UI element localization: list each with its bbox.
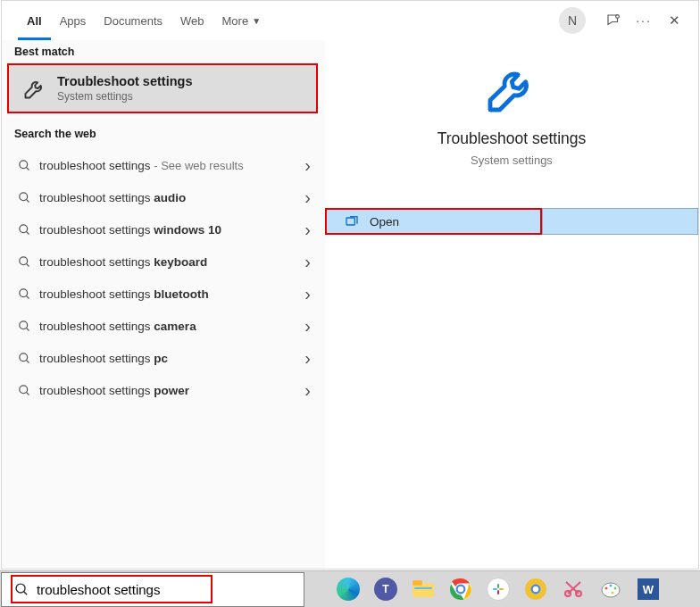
search-suggestion-item[interactable]: troubleshoot settings power› [2,374,325,406]
best-match-label: Best match [2,40,325,63]
svg-point-15 [19,385,27,393]
search-suggestion-text: troubleshoot settings camera [39,320,304,333]
search-icon [14,255,34,269]
detail-subtitle: System settings [325,154,698,167]
svg-rect-21 [412,580,422,585]
snip-icon[interactable] [554,571,592,607]
chevron-right-icon: › [304,348,311,369]
svg-line-35 [568,582,580,594]
tab-documents[interactable]: Documents [95,1,171,40]
tab-more-label: More [222,14,249,28]
svg-line-14 [26,360,29,362]
svg-point-1 [19,160,27,168]
svg-point-0 [616,15,620,19]
feedback-icon[interactable] [598,5,629,36]
svg-line-36 [566,582,579,594]
search-icon [14,352,34,365]
svg-rect-22 [414,587,432,589]
wrench-icon-large [483,60,540,117]
search-window: All Apps Documents Web More ▼ N ··· ✕ Be… [1,0,699,570]
svg-point-40 [614,587,617,590]
file-explorer-icon[interactable] [404,571,442,607]
chevron-right-icon: › [304,284,311,304]
user-avatar[interactable]: N [559,7,586,34]
search-suggestion-item[interactable]: troubleshoot settings camera› [2,310,325,342]
search-highlight-box [11,575,212,603]
svg-point-7 [19,256,27,264]
content: Best match Troubleshoot settings System … [2,40,698,569]
search-icon [14,287,34,301]
right-pane: Troubleshoot settings System settings Op… [325,40,698,569]
search-icon [14,159,34,172]
detail-header: Troubleshoot settings System settings [325,40,698,167]
best-match-item[interactable]: Troubleshoot settings System settings [7,63,318,113]
chevron-right-icon: › [304,187,311,208]
chrome-icon[interactable] [442,571,479,607]
tab-more[interactable]: More ▼ [213,1,271,40]
word-icon[interactable]: W [629,571,667,607]
slack-icon[interactable] [479,571,517,607]
search-suggestion-item[interactable]: troubleshoot settings - See web results› [2,149,325,181]
search-suggestion-list: troubleshoot settings - See web results›… [2,146,325,406]
tabs-row: All Apps Documents Web More ▼ N ··· ✕ [2,1,698,40]
svg-line-12 [26,328,29,330]
best-match-title: Troubleshoot settings [57,74,192,88]
svg-point-13 [19,353,27,361]
svg-line-4 [26,199,29,202]
svg-point-18 [16,584,25,593]
search-suggestion-item[interactable]: troubleshoot settings bluetooth› [2,278,325,310]
tab-apps[interactable]: Apps [51,1,96,40]
chrome-canary-icon[interactable] [517,571,554,607]
svg-rect-28 [497,584,499,588]
search-icon [14,191,34,204]
search-suggestion-text: troubleshoot settings pc [39,352,304,365]
search-input[interactable] [37,582,197,597]
wrench-icon [21,75,48,102]
tab-web[interactable]: Web [171,1,213,40]
search-suggestion-text: troubleshoot settings bluetooth [39,287,304,301]
chevron-right-icon: › [304,380,311,401]
svg-point-41 [612,592,614,595]
search-suggestion-text: troubleshoot settings audio [39,191,304,204]
search-suggestion-item[interactable]: troubleshoot settings windows 10› [2,213,325,245]
tab-all[interactable]: All [18,1,51,40]
search-icon [14,582,29,597]
more-options-icon[interactable]: ··· [629,5,659,36]
search-icon [14,384,34,397]
paint-icon[interactable] [592,571,629,607]
svg-point-39 [610,585,612,587]
search-suggestion-item[interactable]: troubleshoot settings pc› [2,342,325,374]
svg-line-6 [26,231,29,234]
search-suggestion-text: troubleshoot settings windows 10 [39,223,304,237]
svg-point-32 [533,586,539,593]
svg-rect-27 [499,588,504,590]
best-match-subtitle: System settings [57,90,192,103]
svg-point-25 [458,586,464,593]
open-row-extension[interactable] [542,208,698,235]
svg-line-8 [26,263,29,266]
svg-point-11 [19,320,27,328]
chevron-down-icon: ▼ [252,16,261,26]
svg-point-9 [19,288,27,296]
open-row: Open [325,208,698,235]
taskbar-icons: T W [329,571,667,607]
open-button[interactable]: Open [325,208,542,235]
best-match-text: Troubleshoot settings System settings [57,74,192,103]
taskbar: T W [0,570,700,607]
svg-rect-29 [497,590,499,595]
open-label: Open [370,215,399,229]
teams-icon[interactable]: T [367,571,404,607]
taskbar-search-box[interactable] [1,572,304,607]
search-suggestion-item[interactable]: troubleshoot settings keyboard› [2,245,325,278]
close-button[interactable]: ✕ [659,5,689,36]
svg-line-19 [24,591,28,595]
svg-rect-17 [346,218,354,225]
search-suggestion-item[interactable]: troubleshoot settings audio› [2,181,325,213]
svg-point-5 [19,224,27,232]
svg-rect-26 [493,588,497,590]
open-icon [345,214,359,229]
search-icon [14,223,34,237]
edge-icon[interactable] [329,571,367,607]
chevron-right-icon: › [304,155,311,176]
search-suggestion-text: troubleshoot settings power [39,384,304,397]
